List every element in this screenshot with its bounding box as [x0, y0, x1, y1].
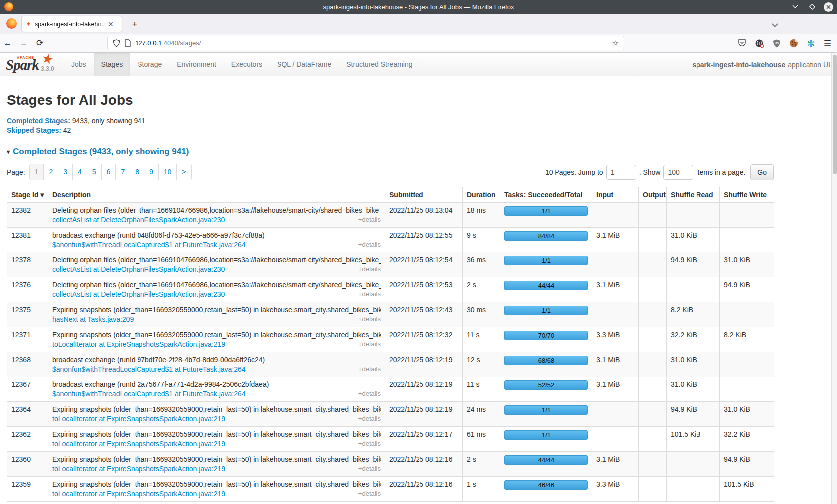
cell-description: broadcast exchange (runId 97bdf70e-2f28-… — [48, 352, 385, 377]
nav-item-environment[interactable]: Environment — [169, 53, 224, 76]
details-toggle[interactable]: +details — [358, 490, 381, 498]
page-button-1[interactable]: 1 — [29, 164, 44, 180]
pocket-icon[interactable] — [738, 39, 746, 47]
bookmark-star-icon[interactable]: ☆ — [612, 39, 619, 48]
vertical-scrollbar[interactable] — [831, 53, 837, 504]
column-header-tasks-succeeded-total[interactable]: Tasks: Succeeded/Total — [500, 187, 592, 203]
details-toggle[interactable]: +details — [358, 365, 381, 373]
url-bar[interactable]: 127.0.0.1:4040/stages/ ☆ — [107, 36, 624, 50]
description-callsite-link[interactable]: collectAsList at DeleteOrphanFilesSparkA… — [52, 216, 225, 224]
description-callsite-link[interactable]: collectAsList at DeleteOrphanFilesSparkA… — [52, 290, 225, 298]
page-button-2[interactable]: 2 — [44, 164, 58, 180]
table-row-stage-12371: 12371Expiring snapshots (older_than=1669… — [7, 327, 774, 352]
description-callsite-link[interactable]: hasNext at Tasks.java:209 — [52, 315, 134, 323]
asterisk-extension-icon[interactable] — [807, 39, 815, 48]
tasks-progress-text: 1/1 — [542, 307, 551, 314]
details-toggle[interactable]: +details — [358, 290, 381, 298]
cell-shuffle-read: 32.2 KiB — [667, 327, 720, 352]
details-toggle[interactable]: +details — [358, 340, 381, 348]
page-button-3[interactable]: 3 — [58, 164, 73, 180]
details-toggle[interactable]: +details — [358, 216, 381, 224]
minimize-button[interactable] — [790, 1, 801, 12]
description-callsite-link[interactable]: toLocalIterator at ExpireSnapshotsSparkA… — [52, 415, 225, 423]
nav-item-structured-streaming[interactable]: Structured Streaming — [339, 53, 419, 76]
jump-page-input[interactable] — [606, 165, 636, 180]
description-line2: toLocalIterator at ExpireSnapshotsSparkA… — [52, 415, 381, 423]
maximize-button[interactable] — [807, 1, 818, 12]
list-all-tabs-icon[interactable] — [772, 20, 778, 29]
page-button-next[interactable]: > — [177, 164, 191, 180]
details-toggle[interactable]: +details — [358, 415, 381, 423]
tasks-progress-text: 1/1 — [542, 257, 551, 264]
details-toggle[interactable]: +details — [358, 265, 381, 273]
page-button-6[interactable]: 6 — [102, 164, 116, 180]
nav-item-executors[interactable]: Executors — [224, 53, 270, 76]
column-header-stage-id[interactable]: Stage Id ▾ — [7, 187, 48, 203]
menu-hamburger-icon[interactable]: ☰ — [824, 38, 831, 49]
page-button-4[interactable]: 4 — [73, 164, 87, 180]
details-toggle[interactable]: +details — [358, 241, 381, 249]
table-row-stage-12364: 12364Expiring snapshots (older_than=1669… — [7, 402, 774, 427]
cell-duration: 11 s — [463, 327, 500, 352]
forward-button[interactable]: → — [16, 38, 32, 48]
skipped-stages-link[interactable]: Skipped Stages: — [7, 126, 61, 134]
nav-item-sql-dataframe[interactable]: SQL / DataFrame — [270, 53, 339, 76]
column-header-input[interactable]: Input — [592, 187, 639, 203]
reload-button[interactable]: ⟳ — [32, 38, 48, 48]
details-toggle[interactable]: +details — [358, 390, 381, 398]
svg-text:UO: UO — [775, 41, 779, 44]
cell-description: Expiring snapshots (older_than=166932055… — [48, 327, 385, 352]
column-header-duration[interactable]: Duration — [463, 187, 500, 203]
spark-logo[interactable]: APACHE Spark ★ 3.3.0 — [0, 53, 64, 76]
completed-stages-link[interactable]: Completed Stages: — [7, 117, 70, 125]
column-header-submitted[interactable]: Submitted — [385, 187, 463, 203]
extension-privacy-icon[interactable] — [755, 39, 764, 48]
go-button[interactable]: Go — [750, 164, 774, 180]
nav-item-stages[interactable]: Stages — [94, 53, 131, 76]
page-button-8[interactable]: 8 — [130, 164, 144, 180]
completed-stages-section-toggle[interactable]: ▾ Completed Stages (9433, only showing 9… — [7, 147, 830, 157]
description-callsite-link[interactable]: toLocalIterator at ExpireSnapshotsSparkA… — [52, 490, 225, 498]
description-callsite-link[interactable]: $anonfun$withThreadLocalCaptured$1 at Fu… — [52, 390, 246, 398]
new-tab-button[interactable]: + — [129, 19, 140, 30]
description-callsite-link[interactable]: toLocalIterator at ExpireSnapshotsSparkA… — [52, 340, 225, 348]
nav-item-storage[interactable]: Storage — [130, 53, 169, 76]
column-header-description[interactable]: Description — [48, 187, 385, 203]
details-toggle[interactable]: +details — [358, 440, 381, 448]
description-callsite-link[interactable]: $anonfun$withThreadLocalCaptured$1 at Fu… — [52, 365, 246, 373]
page-button-5[interactable]: 5 — [87, 164, 102, 180]
page-button-10[interactable]: 10 — [159, 164, 177, 180]
back-button[interactable]: ← — [0, 38, 16, 48]
page-info-icon[interactable] — [125, 39, 131, 47]
nav-item-jobs[interactable]: Jobs — [64, 53, 94, 76]
details-toggle[interactable]: +details — [358, 465, 381, 473]
browser-tab[interactable]: ✦ spark-ingest-into-lakehous ✕ — [22, 16, 122, 32]
tab-close-icon[interactable]: ✕ — [108, 20, 114, 28]
page-button-7[interactable]: 7 — [116, 164, 130, 180]
scrollbar-thumb[interactable] — [833, 55, 837, 174]
description-text: Expiring snapshots (older_than=166932055… — [52, 480, 381, 488]
column-header-shuffle-write[interactable]: Shuffle Write — [720, 187, 774, 203]
firefox-menu-icon[interactable] — [6, 18, 17, 29]
items-per-page-input[interactable] — [663, 165, 693, 180]
cell-stage-id: 12364 — [7, 402, 48, 427]
description-callsite-link[interactable]: collectAsList at DeleteOrphanFilesSparkA… — [52, 265, 225, 273]
tracking-shield-icon[interactable] — [113, 39, 120, 47]
tasks-progress-bar: 1/1 — [504, 405, 588, 415]
tasks-progress-bar: 1/1 — [504, 206, 588, 216]
description-text: Expiring snapshots (older_than=166932055… — [52, 331, 381, 339]
cell-shuffle-read: 94.9 KiB — [667, 252, 720, 277]
close-button[interactable] — [824, 2, 833, 12]
page-button-9[interactable]: 9 — [144, 164, 159, 180]
description-callsite-link[interactable]: $anonfun$withThreadLocalCaptured$1 at Fu… — [52, 241, 246, 249]
description-callsite-link[interactable]: toLocalIterator at ExpireSnapshotsSparkA… — [52, 440, 225, 448]
ublock-icon[interactable]: UO — [773, 39, 781, 48]
cookie-icon[interactable] — [789, 39, 798, 48]
column-header-shuffle-read[interactable]: Shuffle Read — [667, 187, 720, 203]
details-toggle[interactable]: +details — [358, 315, 381, 323]
description-text: Expiring snapshots (older_than=166932055… — [52, 306, 381, 314]
column-header-output[interactable]: Output — [639, 187, 667, 203]
cell-duration: 2 s — [463, 277, 500, 302]
cell-output — [639, 203, 667, 228]
description-callsite-link[interactable]: toLocalIterator at ExpireSnapshotsSparkA… — [52, 465, 225, 473]
